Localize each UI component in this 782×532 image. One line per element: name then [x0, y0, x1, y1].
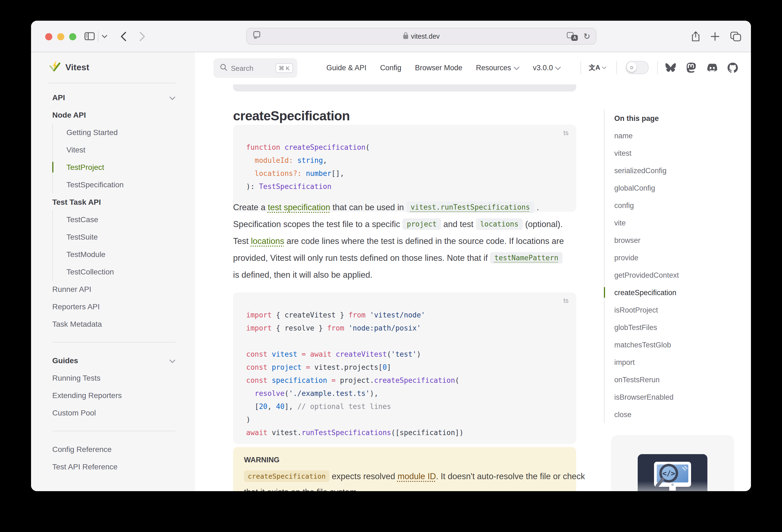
github-icon[interactable]	[727, 62, 738, 73]
sidebar-item-node-api[interactable]: Node API	[52, 106, 175, 123]
nav-link-config[interactable]: Config	[380, 64, 401, 72]
code-lang-label: ts	[563, 297, 569, 305]
sidebar-item-label: Vitest	[66, 145, 85, 154]
outline-item-provide[interactable]: provide	[604, 249, 751, 266]
outline-item-matchestestglob[interactable]: matchesTestGlob	[604, 336, 751, 353]
discord-icon[interactable]	[706, 63, 717, 72]
theme-toggle[interactable]: ☼	[626, 61, 648, 74]
nav-link-v3-0-0[interactable]: v3.0.0	[533, 64, 561, 72]
code-line: const vitest = await createVitest('test'…	[246, 348, 563, 361]
sponsor-card[interactable]: </>	[611, 435, 734, 491]
outline-item-name[interactable]: name	[604, 127, 751, 144]
search-input[interactable]: Search ⌘ K	[213, 58, 297, 78]
back-button[interactable]	[117, 21, 129, 52]
inline-code-link[interactable]: testNamePattern	[490, 252, 563, 263]
inline-code[interactable]: locations	[476, 218, 523, 230]
outline-item-import[interactable]: import	[604, 353, 751, 371]
text-line: Create a test specification that can be …	[233, 199, 581, 216]
nav-link-label: Guide & API	[326, 64, 366, 72]
forward-button[interactable]	[136, 21, 148, 52]
sidebar-item-testcollection[interactable]: TestCollection	[66, 263, 175, 280]
warning-text: expects resolved	[329, 471, 397, 481]
body-text: is defined, then it will also be applied…	[233, 270, 372, 280]
lock-icon	[403, 32, 408, 41]
language-menu-button[interactable]: 文A	[589, 63, 607, 72]
outline-item-globtestfiles[interactable]: globTestFiles	[604, 319, 751, 336]
close-window-button[interactable]	[45, 33, 52, 40]
share-icon[interactable]	[689, 21, 701, 52]
outline-item-browser[interactable]: browser	[604, 232, 751, 249]
outline-item-vite[interactable]: vite	[604, 214, 751, 232]
sidebar-item-custom-pool[interactable]: Custom Pool	[52, 404, 175, 422]
sidebar-item-label: Task Metadata	[52, 320, 102, 328]
sidebar-item-label: TestCollection	[66, 268, 114, 276]
outline-item-isrootproject[interactable]: isRootProject	[604, 301, 751, 319]
text-line: Specification scopes the test file to a …	[233, 216, 581, 233]
nav-link-browser-mode[interactable]: Browser Mode	[415, 64, 462, 72]
bluesky-icon[interactable]	[666, 63, 676, 72]
outline-item-close[interactable]: close	[604, 406, 751, 423]
search-shortcut: ⌘ K	[275, 63, 293, 73]
address-bar[interactable]: vitest.dev A ↻	[246, 28, 596, 45]
browser-chrome: vitest.dev A ↻	[31, 21, 751, 52]
sidebar-item-label: Test API Reference	[52, 462, 118, 471]
sidebar-item-extending-reporters[interactable]: Extending Reporters	[52, 387, 175, 404]
inline-code-link[interactable]: vitest.runTestSpecifications	[406, 202, 534, 213]
outline-item-getprovidedcontext[interactable]: getProvidedContext	[604, 266, 751, 284]
code-line: import { resolve } from 'node:path/posix…	[246, 322, 563, 335]
sidebar-section-label: Guides	[52, 356, 78, 365]
new-tab-icon[interactable]	[709, 21, 721, 52]
vitest-logo-icon	[48, 60, 61, 75]
social-links	[666, 62, 738, 73]
inline-code[interactable]: project	[402, 218, 441, 230]
outline-item-config[interactable]: config	[604, 197, 751, 214]
sidebar-item-testmodule[interactable]: TestModule	[66, 246, 175, 263]
inline-link[interactable]: locations	[251, 236, 284, 246]
code-line: function createSpecification(	[246, 141, 563, 154]
outline-item-vitest[interactable]: vitest	[604, 144, 751, 162]
sidebar-item-test-api-reference[interactable]: Test API Reference	[52, 458, 175, 475]
sidebar-item-config-reference[interactable]: Config Reference	[52, 440, 175, 458]
minimize-window-button[interactable]	[57, 33, 64, 40]
body-text: (optional).	[523, 219, 563, 229]
nav-link-label: v3.0.0	[533, 64, 553, 72]
sidebar-item-runner-api[interactable]: Runner API	[52, 280, 175, 298]
chevron-down-icon	[555, 64, 561, 72]
sidebar-item-label: Extending Reporters	[52, 391, 122, 400]
nav-link-guide-api[interactable]: Guide & API	[326, 64, 366, 72]
sidebar-item-label: TestProject	[66, 163, 104, 172]
outline-item-createspecification[interactable]: createSpecification	[604, 284, 751, 301]
sidebar-item-testcase[interactable]: TestCase	[66, 211, 175, 228]
zoom-window-button[interactable]	[69, 33, 76, 40]
sidebar-section-guides[interactable]: Guides	[52, 352, 175, 369]
site-logo[interactable]: Vitest	[48, 52, 175, 83]
outline-item-globalconfig[interactable]: globalConfig	[604, 179, 751, 197]
text-line: that it exists on the file system.	[244, 484, 565, 491]
sidebar-item-running-tests[interactable]: Running Tests	[52, 369, 175, 387]
sidebar-item-testsuite[interactable]: TestSuite	[66, 228, 175, 246]
sidebar-section-api[interactable]: API	[52, 89, 175, 106]
outline-item-ontestsrerun[interactable]: onTestsRerun	[604, 371, 751, 388]
sidebar-item-testproject[interactable]: TestProject	[66, 158, 175, 176]
nav-link-resources[interactable]: Resources	[476, 64, 519, 72]
sidebar-item-task-metadata[interactable]: Task Metadata	[52, 315, 175, 333]
sidebar-item-getting-started[interactable]: Getting Started	[66, 123, 175, 141]
inline-link[interactable]: test specification	[268, 202, 330, 212]
reload-icon[interactable]: ↻	[583, 32, 590, 40]
sidebar-divider	[52, 431, 175, 431]
sidebar-toggle-icon[interactable]	[83, 21, 96, 52]
translate-icon[interactable]: A	[567, 32, 578, 41]
mastodon-icon[interactable]	[686, 62, 696, 73]
sidebar-item-vitest[interactable]: Vitest	[66, 141, 175, 158]
code-lang-label: ts	[563, 129, 569, 137]
sidebar-menu-chevron-icon[interactable]	[100, 21, 109, 52]
outline-item-serializedconfig[interactable]: serializedConfig	[604, 162, 751, 179]
warning-title: WARNING	[244, 455, 565, 465]
sidebar-item-testspecification[interactable]: TestSpecification	[66, 176, 175, 193]
tab-overview-icon[interactable]	[729, 21, 742, 52]
sidebar-item-reporters-api[interactable]: Reporters API	[52, 298, 175, 315]
code-block-example[interactable]: ts import { createVitest } from 'vitest/…	[233, 292, 576, 444]
outline-item-isbrowserenabled[interactable]: isBrowserEnabled	[604, 388, 751, 406]
sidebar-item-test-task-api[interactable]: Test Task API	[52, 193, 175, 211]
warning-inline-link[interactable]: module ID	[397, 471, 436, 481]
